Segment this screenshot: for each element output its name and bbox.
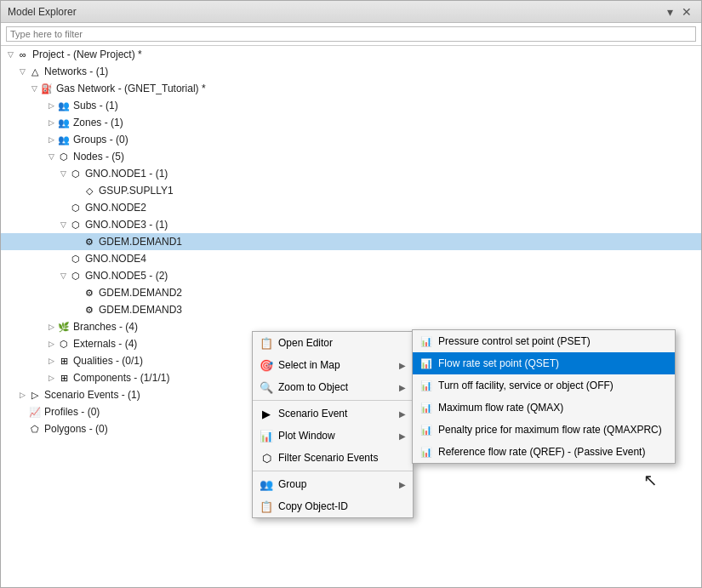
cm-select-in-map-icon: 🎯 (260, 358, 273, 372)
tree-node-groups[interactable]: ▷ 👥 Groups - (0) (1, 131, 701, 148)
scenario-events-icon: ▷ (28, 388, 42, 402)
mouse-cursor: ↖ (643, 470, 658, 490)
cm-open-editor[interactable]: 📋 Open Editor (253, 332, 413, 354)
cm-copy-object-id[interactable]: 📋 Copy Object-ID (253, 495, 413, 517)
sm-reference-flow-icon: 📊 (419, 445, 433, 459)
tree-node-nodes[interactable]: ▽ ⬡ Nodes - (5) (1, 148, 701, 165)
tree-node-gno-node1[interactable]: ▽ ⬡ GNO.NODE1 - (1) (1, 165, 701, 182)
cm-zoom-to-object[interactable]: 🔍 Zoom to Object ▶ (253, 376, 413, 398)
expander-branches[interactable]: ▷ (45, 323, 57, 331)
sm-pressure-control-icon: 📊 (419, 334, 433, 348)
sm-flow-rate-icon: 📊 (419, 357, 433, 370)
project-label: Project - (New Project) * (32, 49, 142, 60)
expander-gsup[interactable] (71, 186, 83, 195)
cm-select-in-map[interactable]: 🎯 Select in Map ▶ (253, 354, 413, 376)
tree-node-gno-node3[interactable]: ▽ ⬡ GNO.NODE3 - (1) (1, 216, 701, 233)
expander-gno-node1[interactable]: ▽ (57, 169, 69, 178)
cm-scenario-event-arrow: ▶ (399, 409, 406, 419)
tree-node-zones[interactable]: ▷ 👥 Zones - (1) (1, 114, 701, 131)
expander-subs[interactable]: ▷ (45, 101, 57, 110)
gsup-label: GSUP.SUPLLY1 (99, 185, 174, 197)
tree-area: ▽ ∞ Project - (New Project) * ▽ △ Networ… (1, 46, 701, 587)
cm-group-icon: 👥 (260, 477, 273, 491)
sm-turn-off-label: Turn off facility, service or object (OF… (438, 380, 668, 391)
sm-penalty-price[interactable]: 📊 Penalty price for maximum flow rate (Q… (413, 419, 675, 441)
nodes-icon: ⬡ (57, 150, 71, 163)
expander-gdem-demand1[interactable] (71, 237, 83, 246)
gdem-demand3-icon: ⚙ (83, 303, 96, 317)
tree-node-gno-node2[interactable]: ⬡ GNO.NODE2 (1, 199, 701, 216)
context-menu: 📋 Open Editor 🎯 Select in Map ▶ 🔍 Zoom t… (252, 331, 414, 518)
expander-qualities[interactable]: ▷ (45, 357, 57, 365)
expander-gno-node3[interactable]: ▽ (57, 220, 69, 229)
tree-node-gno-node4[interactable]: ⬡ GNO.NODE4 (1, 250, 701, 267)
expander-gdem-demand3[interactable] (71, 305, 83, 314)
sm-flow-rate-label: Flow rate set point (QSET) (438, 357, 668, 369)
cm-scenario-event[interactable]: ▶ Scenario Event ▶ (253, 402, 413, 425)
sm-turn-off[interactable]: 📊 Turn off facility, service or object (… (413, 374, 675, 397)
polygons-icon: ⬠ (28, 422, 42, 436)
window-title: Model Explorer (8, 6, 77, 18)
gdem-demand1-icon: ⚙ (83, 235, 96, 248)
cm-separator-1 (253, 400, 413, 401)
gno-node5-label: GNO.NODE5 - (2) (85, 270, 168, 282)
cm-plot-window-arrow: ▶ (399, 431, 406, 441)
sm-flow-rate[interactable]: 📊 Flow rate set point (QSET) (413, 352, 675, 374)
expander-groups[interactable]: ▷ (45, 135, 57, 144)
expander-components[interactable]: ▷ (45, 374, 57, 382)
expander-gno-node2[interactable] (57, 203, 69, 212)
sm-pressure-control[interactable]: 📊 Pressure control set point (PSET) (413, 330, 675, 352)
groups-icon: 👥 (57, 133, 71, 146)
expander-scenario-events[interactable]: ▷ (16, 391, 28, 399)
sm-max-flow-icon: 📊 (419, 401, 433, 414)
filter-bar (1, 23, 701, 46)
title-bar-controls: ▾ ✕ (665, 5, 694, 19)
expander-project[interactable]: ▽ (4, 50, 16, 59)
sm-reference-flow[interactable]: 📊 Reference flow rate (QREF) - (Passive … (413, 441, 675, 463)
pin-button[interactable]: ▾ (665, 5, 676, 19)
tree-node-networks[interactable]: ▽ △ Networks - (1) (1, 63, 701, 80)
zones-icon: 👥 (57, 116, 71, 129)
expander-nodes[interactable]: ▽ (45, 152, 57, 161)
cm-filter-scenario[interactable]: ⬡ Filter Scenario Events (253, 447, 413, 469)
expander-profiles[interactable] (16, 408, 28, 416)
branches-icon: 🌿 (57, 320, 71, 334)
polygons-label: Polygons - (0) (44, 423, 108, 435)
cm-open-editor-icon: 📋 (260, 336, 273, 350)
expander-zones[interactable]: ▷ (45, 118, 57, 127)
expander-externals[interactable]: ▷ (45, 340, 57, 348)
nodes-label: Nodes - (5) (73, 151, 124, 163)
tree-node-subs[interactable]: ▷ 👥 Subs - (1) (1, 97, 701, 114)
tree-node-gno-node5[interactable]: ▽ ⬡ GNO.NODE5 - (2) (1, 267, 701, 284)
tree-node-project[interactable]: ▽ ∞ Project - (New Project) * (1, 46, 701, 63)
gno-node3-icon: ⬡ (69, 218, 83, 231)
gno-node2-icon: ⬡ (69, 201, 83, 214)
expander-gdem-demand2[interactable] (71, 288, 83, 297)
tree-node-gdem-demand3[interactable]: ⚙ GDEM.DEMAND3 (1, 301, 701, 318)
tree-node-gas-network[interactable]: ▽ ⛽ Gas Network - (GNET_Tutorial) * (1, 80, 701, 97)
tree-node-gsup-supply1[interactable]: ◇ GSUP.SUPLLY1 (1, 182, 701, 199)
tree-node-gdem-demand2[interactable]: ⚙ GDEM.DEMAND2 (1, 284, 701, 301)
cm-group[interactable]: 👥 Group ▶ (253, 473, 413, 495)
cm-plot-window[interactable]: 📊 Plot Window ▶ (253, 425, 413, 447)
sm-max-flow[interactable]: 📊 Maximum flow rate (QMAX) (413, 397, 675, 419)
gsup-icon: ◇ (83, 184, 96, 197)
cm-copy-object-id-label: Copy Object-ID (278, 500, 406, 512)
title-bar: Model Explorer ▾ ✕ (1, 1, 701, 23)
cm-open-editor-label: Open Editor (278, 337, 406, 349)
expander-polygons[interactable] (16, 425, 28, 433)
expander-gno-node4[interactable] (57, 254, 69, 263)
filter-input[interactable] (6, 26, 696, 42)
expander-networks[interactable]: ▽ (16, 67, 28, 76)
sm-reference-flow-label: Reference flow rate (QREF) - (Passive Ev… (438, 446, 668, 458)
networks-icon: △ (28, 65, 42, 78)
float-button[interactable]: ✕ (679, 5, 694, 19)
tree-node-gdem-demand1[interactable]: ⚙ GDEM.DEMAND1 (1, 233, 701, 250)
expander-gas-network[interactable]: ▽ (28, 84, 40, 93)
expander-gno-node5[interactable]: ▽ (57, 271, 69, 280)
scenario-events-label: Scenario Events - (1) (44, 389, 140, 401)
sm-penalty-price-icon: 📊 (419, 423, 433, 437)
gno-node1-label: GNO.NODE1 - (1) (85, 168, 168, 180)
externals-label: Externals - (4) (73, 338, 137, 350)
components-label: Components - (1/1/1) (73, 372, 169, 384)
